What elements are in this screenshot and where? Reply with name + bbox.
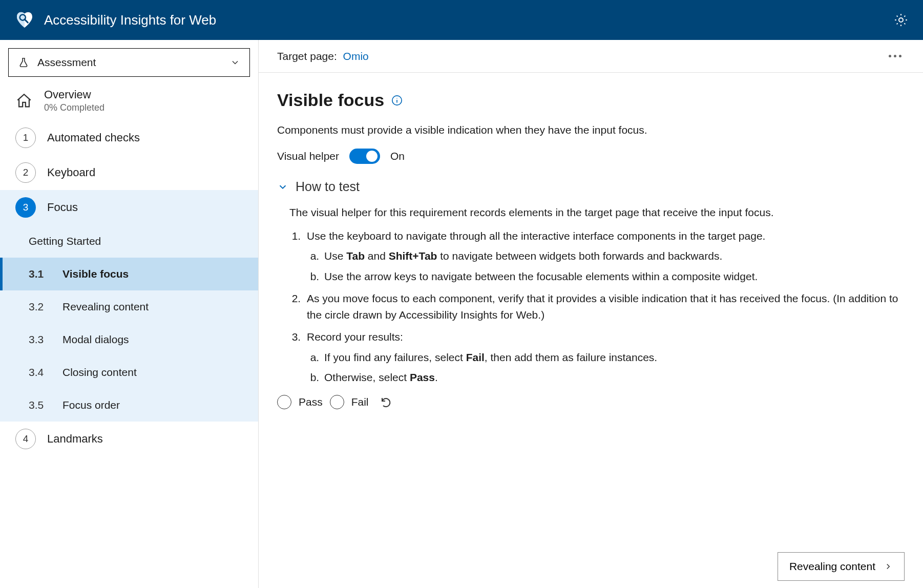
- pass-radio[interactable]: [277, 395, 291, 409]
- target-page-link[interactable]: Omio: [343, 50, 369, 62]
- next-requirement-button[interactable]: Revealing content: [778, 552, 905, 581]
- sub-item-num: 3.5: [29, 399, 50, 411]
- mode-label: Assessment: [37, 56, 96, 69]
- target-page-prefix: Target page:: [277, 50, 340, 62]
- how-to-test-toggle[interactable]: How to test: [277, 179, 905, 194]
- app-logo-icon: [14, 10, 35, 30]
- toggle-knob: [366, 151, 377, 162]
- howto-step-3a: If you find any failures, select Fail, t…: [322, 349, 905, 366]
- how-to-test-title: How to test: [296, 179, 360, 194]
- settings-icon[interactable]: [893, 12, 909, 28]
- step-badge: 4: [15, 429, 36, 449]
- app-root: Accessibility Insights for Web Assessmen…: [0, 0, 923, 588]
- sub-item-modal-dialogs[interactable]: 3.3 Modal dialogs: [0, 323, 258, 356]
- fail-label: Fail: [351, 396, 369, 408]
- howto-steps: Use the keyboard to navigate through all…: [289, 228, 905, 386]
- howto-step-2: As you move focus to each component, ver…: [304, 290, 905, 323]
- svg-point-5: [396, 98, 397, 98]
- content: Visible focus Components must provide a …: [259, 73, 923, 588]
- how-to-test-body: The visual helper for this requirement r…: [277, 204, 905, 386]
- sidebar-item-label: Landmarks: [47, 432, 103, 446]
- visual-helper-row: Visual helper On: [277, 149, 905, 164]
- sidebar-section-focus: 3 Focus Getting Started 3.1 Visible focu…: [0, 190, 258, 422]
- app-title: Accessibility Insights for Web: [44, 12, 216, 28]
- sub-item-label: Focus order: [62, 399, 120, 411]
- app-header: Accessibility Insights for Web: [0, 0, 923, 40]
- overview-progress: 0% Completed: [44, 102, 104, 113]
- step-text: Record your results:: [307, 331, 403, 343]
- chevron-down-icon: [277, 181, 288, 193]
- sub-item-getting-started[interactable]: Getting Started: [0, 225, 258, 258]
- more-options-icon[interactable]: [886, 52, 905, 60]
- visual-helper-state: On: [390, 150, 405, 162]
- howto-step-1: Use the keyboard to navigate through all…: [304, 228, 905, 285]
- sidebar-item-keyboard[interactable]: 2 Keyboard: [0, 155, 258, 190]
- brand: Accessibility Insights for Web: [14, 10, 216, 30]
- sub-item-label: Visible focus: [62, 268, 129, 280]
- step-badge: 1: [15, 128, 36, 148]
- sub-item-closing-content[interactable]: 3.4 Closing content: [0, 356, 258, 389]
- sub-item-num: 3.1: [29, 268, 50, 280]
- sub-item-visible-focus[interactable]: 3.1 Visible focus: [0, 258, 258, 290]
- page-title-row: Visible focus: [277, 90, 905, 110]
- sub-item-label: Getting Started: [29, 235, 101, 247]
- overview-title: Overview: [44, 88, 104, 101]
- sidebar-item-landmarks[interactable]: 4 Landmarks: [0, 422, 258, 456]
- sub-item-label: Revealing content: [62, 301, 149, 313]
- sub-item-revealing-content[interactable]: 3.2 Revealing content: [0, 290, 258, 323]
- target-bar: Target page: Omio: [259, 40, 923, 73]
- sidebar: Assessment Overview 0% Completed 1 Autom…: [0, 40, 259, 588]
- sub-item-label: Modal dialogs: [62, 333, 129, 346]
- pass-label: Pass: [299, 396, 323, 408]
- focus-subitems: Getting Started 3.1 Visible focus 3.2 Re…: [0, 225, 258, 422]
- howto-step-1b: Use the arrow keys to navigate between t…: [322, 268, 905, 285]
- page-title: Visible focus: [277, 90, 384, 110]
- requirement-description: Components must provide a visible indica…: [277, 122, 905, 137]
- fail-radio[interactable]: [330, 395, 344, 409]
- flask-icon: [18, 57, 29, 68]
- sub-item-label: Closing content: [62, 366, 137, 379]
- sidebar-item-automated-checks[interactable]: 1 Automated checks: [0, 120, 258, 155]
- main: Target page: Omio Visible focus Componen…: [259, 40, 923, 588]
- svg-point-2: [899, 18, 903, 22]
- sidebar-item-label: Keyboard: [47, 166, 95, 179]
- howto-intro: The visual helper for this requirement r…: [289, 204, 905, 221]
- app-body: Assessment Overview 0% Completed 1 Autom…: [0, 40, 923, 588]
- mode-selector[interactable]: Assessment: [8, 48, 250, 77]
- howto-step-1a: Use Tab and Shift+Tab to navigate betwee…: [322, 248, 905, 264]
- chevron-right-icon: [884, 562, 893, 571]
- home-icon: [15, 92, 33, 110]
- sub-item-num: 3.4: [29, 366, 50, 379]
- chevron-down-icon: [230, 57, 240, 68]
- sub-item-focus-order[interactable]: 3.5 Focus order: [0, 389, 258, 422]
- sidebar-item-overview[interactable]: Overview 0% Completed: [0, 81, 258, 120]
- visual-helper-toggle[interactable]: [349, 149, 380, 164]
- step-badge: 2: [15, 162, 36, 183]
- info-icon[interactable]: [391, 95, 403, 106]
- sidebar-item-focus[interactable]: 3 Focus: [0, 190, 258, 225]
- sidebar-item-label: Focus: [47, 201, 78, 214]
- sidebar-item-label: Automated checks: [47, 131, 140, 144]
- undo-icon[interactable]: [380, 396, 392, 408]
- result-row: Pass Fail: [277, 395, 905, 409]
- howto-step-3: Record your results: If you find any fai…: [304, 329, 905, 386]
- target-page-label: Target page: Omio: [277, 50, 369, 62]
- step-text: Use the keyboard to navigate through all…: [307, 230, 765, 242]
- next-button-label: Revealing content: [789, 560, 875, 573]
- step-badge: 3: [15, 197, 36, 218]
- howto-step-3b: Otherwise, select Pass.: [322, 369, 905, 386]
- sub-item-num: 3.3: [29, 333, 50, 346]
- visual-helper-label: Visual helper: [277, 150, 339, 162]
- sub-item-num: 3.2: [29, 301, 50, 313]
